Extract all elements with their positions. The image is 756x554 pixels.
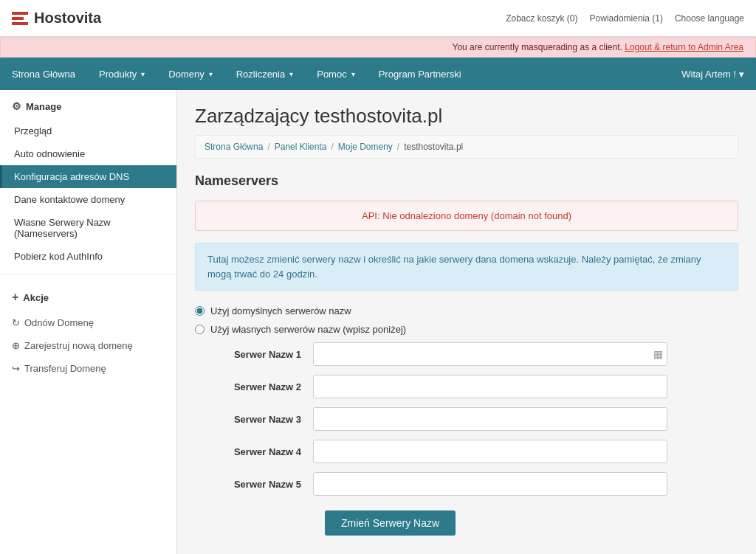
radio-custom-servers[interactable]: Użyj własnych serwerów nazw (wpisz poniż…: [195, 324, 738, 335]
nav-item-domeny-label: Domeny: [168, 69, 204, 80]
manage-title-label: Manage: [26, 101, 61, 112]
main-content: Zarządzający testhostovita.pl Strona Głó…: [177, 90, 756, 554]
sidebar-divider: [0, 274, 176, 274]
sidebar-item-zarejestruj[interactable]: ⊕ Zarejestruj nową domenę: [0, 334, 176, 357]
breadcrumb: Strona Główna / Panel Klienta / Moje Dom…: [195, 135, 738, 159]
breadcrumb-sep-1: /: [267, 142, 269, 152]
radio-custom-input[interactable]: [195, 325, 205, 334]
chevron-down-icon: ▾: [739, 69, 744, 80]
ns1-input-wrapper: ▦: [313, 342, 667, 366]
plus-icon: +: [12, 291, 18, 304]
nav-item-pomoc[interactable]: Pomoc ▾: [305, 58, 366, 90]
nav-item-home-label: Strona Główna: [12, 69, 75, 80]
breadcrumb-panel[interactable]: Panel Klienta: [275, 142, 327, 152]
manage-section-title: ⚙ Manage: [0, 90, 176, 120]
welcome-button[interactable]: Witaj Artem ! ▾: [670, 58, 756, 90]
logo-text: Hostovita: [34, 10, 101, 27]
top-right-links: Zobacz koszyk (0) Powiadomienia (1) Choo…: [506, 13, 744, 24]
top-bar: Hostovita Zobacz koszyk (0) Powiadomieni…: [0, 0, 756, 37]
sidebar-item-wlasne-serwery[interactable]: Własne Serwery Nazw (Nameservers): [0, 211, 176, 245]
ns3-input[interactable]: [313, 407, 667, 431]
nav-item-pomoc-label: Pomoc: [317, 69, 346, 80]
radio-default-input[interactable]: [195, 306, 205, 316]
chevron-down-icon: ▾: [351, 70, 355, 78]
sidebar-item-przeglad[interactable]: Przegląd: [0, 120, 176, 142]
nav-bar: Strona Główna Produkty ▾ Domeny ▾ Rozlic…: [0, 58, 756, 90]
form-row-ns1: Serwer Nazw 1 ▦: [195, 342, 738, 366]
nameservers-section-title: Nameservers: [195, 173, 738, 189]
ns4-label: Serwer Nazw 4: [224, 446, 313, 457]
transfer-icon: ↪: [12, 363, 20, 374]
cart-link[interactable]: Zobacz koszyk (0): [506, 13, 577, 24]
sidebar-item-auto-odnowienie[interactable]: Auto odnowienie: [0, 142, 176, 165]
masquerade-banner: You are currently masquerading as a clie…: [0, 37, 756, 58]
logo-area: Hostovita: [12, 10, 101, 27]
page-title: Zarządzający testhostovita.pl: [195, 105, 738, 128]
nav-item-rozliczenia-label: Rozliczenia: [236, 69, 285, 80]
breadcrumb-domeny[interactable]: Moje Domeny: [338, 142, 393, 152]
refresh-icon: ↻: [12, 317, 20, 328]
chevron-down-icon: ▾: [209, 70, 213, 78]
ns1-input[interactable]: [313, 342, 667, 366]
actions-section-title: + Akcje: [0, 280, 176, 311]
ns4-input[interactable]: [313, 440, 667, 463]
welcome-label: Witaj Artem !: [681, 69, 736, 80]
sidebar-item-pobierz-authinfo[interactable]: Pobierz kod AuthInfo: [0, 245, 176, 268]
sidebar-item-transferuj-label: Transferuj Domenę: [24, 363, 106, 374]
sidebar-item-zarejestruj-label: Zarejestruj nową domenę: [24, 340, 133, 351]
ns3-label: Serwer Nazw 3: [224, 414, 313, 425]
calendar-icon: ▦: [653, 348, 663, 360]
submit-button[interactable]: Zmień Serwery Nazw: [325, 510, 456, 536]
form-row-ns5: Serwer Nazw 5: [195, 472, 738, 496]
error-box: API: Nie odnaleziono domeny (domain not …: [195, 201, 738, 231]
ns5-input[interactable]: [313, 472, 667, 496]
nav-item-home[interactable]: Strona Główna: [0, 58, 87, 90]
info-box: Tutaj możesz zmienić serwery nazw i okre…: [195, 243, 738, 291]
breadcrumb-sep-2: /: [331, 142, 333, 152]
nav-left: Strona Główna Produkty ▾ Domeny ▾ Rozlic…: [0, 58, 473, 90]
breadcrumb-home[interactable]: Strona Główna: [205, 142, 263, 152]
form-row-ns4: Serwer Nazw 4: [195, 440, 738, 463]
nav-item-partnerski[interactable]: Program Partnerski: [367, 58, 473, 90]
actions-title-label: Akcje: [23, 292, 49, 303]
radio-custom-label: Użyj własnych serwerów nazw (wpisz poniż…: [210, 324, 406, 335]
logout-admin-link[interactable]: Logout & return to Admin Area: [625, 42, 743, 52]
ns5-label: Serwer Nazw 5: [224, 479, 313, 490]
gear-icon: ⚙: [12, 100, 21, 112]
language-link[interactable]: Choose language: [675, 13, 744, 24]
main-layout: ⚙ Manage Przegląd Auto odnowienie Konfig…: [0, 90, 756, 554]
radio-default-servers[interactable]: Użyj domyślnych serwerów nazw: [195, 305, 738, 316]
chevron-down-icon: ▾: [289, 70, 293, 78]
nav-item-partnerski-label: Program Partnerski: [379, 69, 461, 80]
masquerade-message: You are currently masquerading as a clie…: [453, 42, 622, 52]
breadcrumb-current: testhostovita.pl: [404, 142, 463, 152]
nav-right: Witaj Artem ! ▾: [670, 58, 756, 90]
ns2-label: Serwer Nazw 2: [224, 381, 313, 392]
submit-area: Zmień Serwery Nazw: [195, 510, 738, 536]
sidebar-item-transferuj[interactable]: ↪ Transferuj Domenę: [0, 357, 176, 380]
sidebar-item-dane-kontaktowe[interactable]: Dane kontaktowe domeny: [0, 188, 176, 211]
nav-item-domeny[interactable]: Domeny ▾: [157, 58, 224, 90]
nav-item-produkty-label: Produkty: [99, 69, 137, 80]
sidebar-item-konfiguracja-dns[interactable]: Konfiguracja adresów DNS: [0, 165, 176, 188]
sidebar-item-odnow-label: Odnów Domenę: [24, 317, 94, 328]
form-row-ns3: Serwer Nazw 3: [195, 407, 738, 431]
notifications-link[interactable]: Powiadomienia (1): [590, 13, 663, 24]
nav-item-rozliczenia[interactable]: Rozliczenia ▾: [224, 58, 305, 90]
ns1-label: Serwer Nazw 1: [224, 349, 313, 360]
sidebar: ⚙ Manage Przegląd Auto odnowienie Konfig…: [0, 90, 177, 554]
chevron-down-icon: ▾: [141, 70, 145, 78]
radio-default-label: Użyj domyślnych serwerów nazw: [210, 305, 351, 316]
logo-icon: [12, 12, 28, 25]
nav-item-produkty[interactable]: Produkty ▾: [87, 58, 157, 90]
ns2-input[interactable]: [313, 375, 667, 398]
breadcrumb-sep-3: /: [397, 142, 399, 152]
sidebar-item-odnow[interactable]: ↻ Odnów Domenę: [0, 311, 176, 334]
form-row-ns2: Serwer Nazw 2: [195, 375, 738, 398]
register-icon: ⊕: [12, 340, 20, 351]
